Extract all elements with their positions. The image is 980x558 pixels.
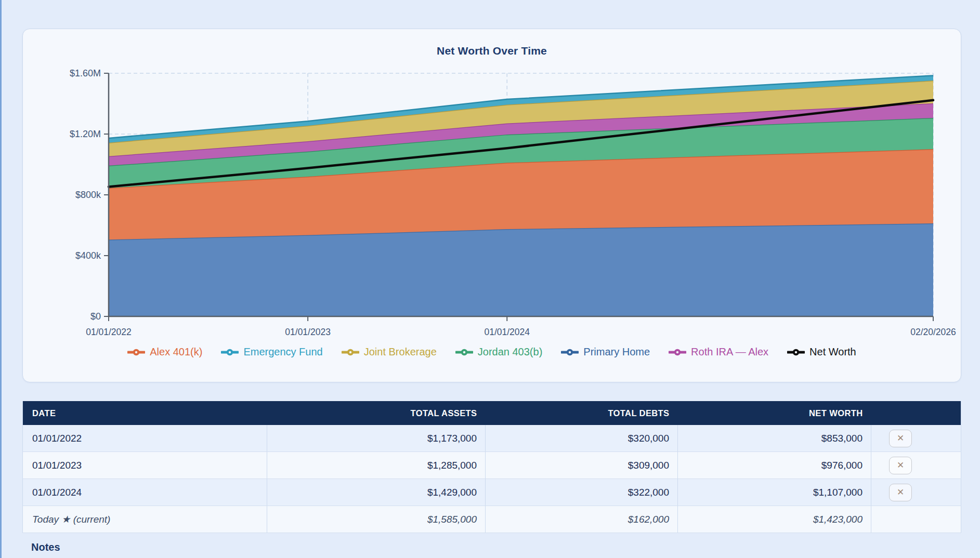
legend-label: Alex 401(k) [150, 346, 202, 358]
cell-net-worth: $853,000 [678, 425, 871, 452]
delete-row-button[interactable]: ✕ [889, 430, 912, 447]
y-axis-tick-label: $1.20M [70, 129, 101, 139]
cell-net-worth: $976,000 [678, 452, 871, 479]
col-header-actions [871, 401, 961, 425]
cell-date: 01/01/2023 [23, 452, 267, 479]
legend-marker-icon [221, 348, 239, 356]
chart-title: Net Worth Over Time [23, 45, 961, 57]
table-row: Today ★ (current)$1,585,000$162,000$1,42… [23, 506, 961, 533]
col-header-assets: TOTAL ASSETS [267, 401, 486, 425]
delete-row-button[interactable]: ✕ [889, 484, 912, 501]
table-header-row: DATE TOTAL ASSETS TOTAL DEBTS NET WORTH [23, 401, 961, 425]
legend-item-joint-brokerage[interactable]: Joint Brokerage [342, 346, 437, 358]
legend-label: Primary Home [583, 346, 650, 358]
delete-row-button[interactable]: ✕ [889, 457, 912, 474]
cell-total-debts: $320,000 [486, 425, 678, 452]
x-axis-tick-label: 01/01/2022 [86, 327, 132, 337]
legend-marker-icon [669, 348, 686, 356]
legend-item-jordan-403-b[interactable]: Jordan 403(b) [455, 346, 543, 358]
legend-item-primary-home[interactable]: Primary Home [561, 346, 650, 358]
legend-marker-icon [342, 348, 359, 356]
legend-label: Roth IRA — Alex [691, 346, 768, 358]
table-row: 01/01/2023$1,285,000$309,000$976,000✕ [23, 452, 961, 479]
legend-label: Jordan 403(b) [478, 346, 543, 358]
y-axis-tick-label: $400k [75, 250, 101, 261]
net-worth-table: DATE TOTAL ASSETS TOTAL DEBTS NET WORTH … [22, 401, 961, 533]
col-header-debts: TOTAL DEBTS [486, 401, 678, 425]
table-row: 01/01/2022$1,173,000$320,000$853,000✕ [23, 425, 961, 452]
cell-date: 01/01/2024 [23, 479, 267, 506]
cell-total-debts: $309,000 [486, 452, 678, 479]
col-header-date: DATE [23, 401, 267, 425]
cell-actions [871, 506, 961, 533]
cell-net-worth: $1,423,000 [678, 506, 871, 533]
cell-total-assets: $1,585,000 [267, 506, 486, 533]
y-axis-tick-label: $800k [75, 190, 101, 200]
y-axis-tick-label: $0 [90, 311, 101, 322]
x-axis-tick-label: 01/01/2024 [484, 327, 530, 337]
cell-actions: ✕ [871, 452, 961, 479]
net-worth-chart-card: Net Worth Over Time $0$400k$800k$1.20M$1… [22, 29, 961, 382]
table-row: 01/01/2024$1,429,000$322,000$1,107,000✕ [23, 479, 961, 506]
cell-total-debts: $322,000 [486, 479, 678, 506]
cell-total-assets: $1,285,000 [267, 452, 486, 479]
notes-heading: Notes [31, 541, 60, 553]
cell-actions: ✕ [871, 479, 961, 506]
cell-date: 01/01/2022 [23, 425, 267, 452]
legend-label: Joint Brokerage [364, 346, 437, 358]
y-axis-tick-label: $1.60M [70, 68, 101, 78]
legend-label: Net Worth [809, 346, 856, 358]
x-axis-tick-label: 01/01/2023 [285, 327, 331, 337]
legend-marker-icon [561, 348, 579, 356]
cell-net-worth: $1,107,000 [678, 479, 871, 506]
legend-marker-icon [455, 348, 473, 356]
cell-total-debts: $162,000 [486, 506, 678, 533]
cell-total-assets: $1,173,000 [267, 425, 486, 452]
legend-item-emergency-fund[interactable]: Emergency Fund [221, 346, 322, 358]
x-axis-tick-label: 02/20/2026 [910, 327, 956, 337]
legend-item-alex-401-k[interactable]: Alex 401(k) [127, 346, 202, 358]
net-worth-chart: $0$400k$800k$1.20M$1.60M01/01/202201/01/… [23, 65, 961, 340]
legend-label: Emergency Fund [243, 346, 322, 358]
cell-total-assets: $1,429,000 [267, 479, 486, 506]
col-header-net-worth: NET WORTH [678, 401, 871, 425]
legend-item-roth-ira-alex[interactable]: Roth IRA — Alex [669, 346, 768, 358]
legend-marker-icon [127, 348, 145, 356]
legend-item-net-worth[interactable]: Net Worth [787, 346, 856, 358]
cell-actions: ✕ [871, 425, 961, 452]
cell-date: Today ★ (current) [23, 506, 267, 533]
chart-legend: Alex 401(k)Emergency FundJoint Brokerage… [23, 346, 961, 358]
legend-marker-icon [787, 348, 805, 356]
